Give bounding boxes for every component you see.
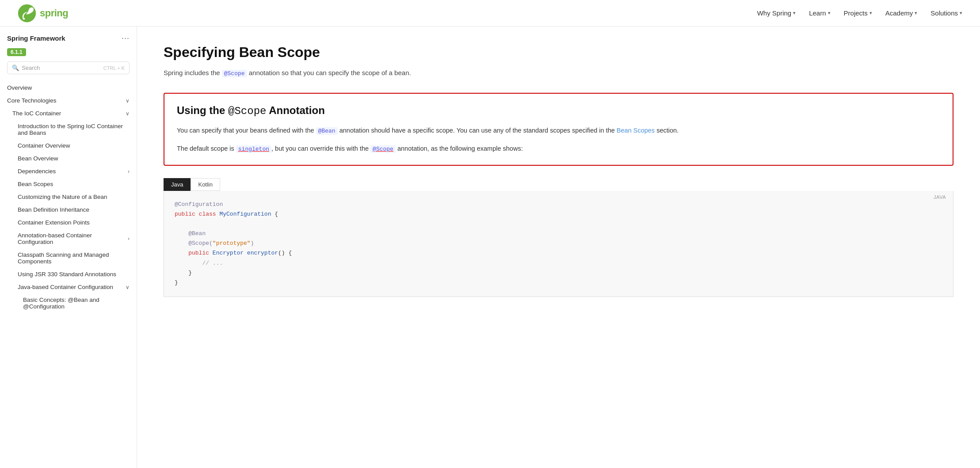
code-line-2: public class MyConfiguration { [175,209,942,219]
scope-code-heading: @Scope [228,105,266,117]
page-subtitle: Spring includes the @Scope annotation so… [164,68,953,79]
sidebar-item-container-extension[interactable]: Container Extension Points [0,216,137,229]
sidebar-item-ioc-container[interactable]: The IoC Container ∨ [0,107,137,120]
code-line-7: // ... [175,259,942,268]
sidebar-nav: Overview Core Technologies ∨ The IoC Con… [0,81,137,313]
spring-logo-icon [18,4,36,23]
highlighted-section: Using the @Scope Annotation You can spec… [164,93,953,166]
chevron-down-icon: ∨ [126,110,130,117]
code-line-6: public Encryptor encryptor() { [175,248,942,258]
code-lang-label: JAVA [934,194,946,200]
nav-projects[interactable]: Projects ▾ [844,9,872,17]
main-nav: Why Spring ▾ Learn ▾ Projects ▾ Academy … [757,9,962,17]
code-line-5: @Scope("prototype") [175,239,942,248]
code-line-3 [175,219,942,229]
search-box[interactable]: 🔍 Search CTRL + K [7,61,130,74]
sidebar-item-core-technologies[interactable]: Core Technologies ∨ [0,94,137,107]
section-para-2: The default scope is singleton, but you … [177,143,940,154]
chevron-down-icon: ∨ [126,284,130,290]
section-para-1: You can specify that your beans defined … [177,125,940,136]
nav-solutions[interactable]: Solutions ▾ [930,9,962,17]
nav-academy[interactable]: Academy ▾ [885,9,918,17]
chevron-right-icon: › [128,168,130,175]
version-badge[interactable]: 6.1.1 [7,48,26,56]
sidebar-item-dependencies[interactable]: Dependencies › [0,165,137,178]
page-title: Specifying Bean Scope [164,44,953,61]
sidebar-item-jsr330[interactable]: Using JSR 330 Standard Annotations [0,268,137,281]
logo[interactable]: spring [18,4,68,23]
scope-annotation-inline-2: @Scope [370,145,396,153]
sidebar-item-container-overview[interactable]: Container Overview [0,139,137,152]
chevron-down-icon: ▾ [793,10,796,16]
sidebar-item-bean-definition-inheritance[interactable]: Bean Definition Inheritance [0,203,137,216]
sidebar-item-overview[interactable]: Overview [0,81,137,94]
nav-why-spring[interactable]: Why Spring ▾ [757,9,796,17]
search-placeholder: Search [22,65,101,71]
section-heading: Using the @Scope Annotation [177,104,940,117]
sidebar-title: Spring Framework [7,34,65,42]
page-layout: Spring Framework ··· 6.1.1 🔍 Search CTRL… [0,27,980,468]
tab-kotlin[interactable]: Kotlin [191,178,220,191]
sidebar-item-bean-overview[interactable]: Bean Overview [0,152,137,165]
sidebar-item-bean-scopes[interactable]: Bean Scopes [0,178,137,190]
bean-scopes-link[interactable]: Bean Scopes [617,127,655,134]
sidebar-item-basic-concepts[interactable]: Basic Concepts: @Bean and @Configuration [0,293,137,313]
chevron-down-icon: ▾ [828,10,831,16]
nav-learn[interactable]: Learn ▾ [809,9,830,17]
code-tabs: Java Kotlin [164,178,953,191]
tab-java[interactable]: Java [164,178,191,191]
search-shortcut: CTRL + K [103,65,125,71]
chevron-down-icon: ▾ [960,10,962,16]
chevron-down-icon: ∨ [126,98,130,104]
sidebar-header: Spring Framework ··· [0,34,137,48]
logo-text: spring [40,8,68,19]
code-line-1: @Configuration [175,200,942,209]
sidebar-item-classpath-scanning[interactable]: Classpath Scanning and Managed Component… [0,248,137,268]
chevron-right-icon: › [128,236,130,242]
sidebar-menu-button[interactable]: ··· [122,34,130,43]
code-line-4: @Bean [175,229,942,239]
header: spring Why Spring ▾ Learn ▾ Projects ▾ A… [0,0,980,27]
chevron-down-icon: ▾ [869,10,872,16]
bean-annotation-inline: @Bean [316,127,338,135]
svg-point-0 [18,4,36,22]
svg-point-1 [23,18,25,19]
singleton-code-inline: singleton [236,145,271,153]
code-line-9: } [175,278,942,288]
sidebar: Spring Framework ··· 6.1.1 🔍 Search CTRL… [0,27,137,468]
chevron-down-icon: ▾ [915,10,917,16]
search-icon: 🔍 [12,65,19,71]
main-content: Specifying Bean Scope Spring includes th… [137,27,980,468]
code-block: @Configuration public class MyConfigurat… [175,200,942,288]
code-block-wrapper: JAVA @Configuration public class MyConfi… [164,191,953,297]
sidebar-item-customizing-bean[interactable]: Customizing the Nature of a Bean [0,190,137,203]
code-line-8: } [175,268,942,278]
sidebar-item-java-container[interactable]: Java-based Container Configuration ∨ [0,281,137,293]
sidebar-item-intro-ioc[interactable]: Introduction to the Spring IoC Container… [0,120,137,139]
sidebar-item-annotation-container[interactable]: Annotation-based Container Configuration… [0,229,137,248]
scope-annotation-inline: @Scope [222,70,247,77]
